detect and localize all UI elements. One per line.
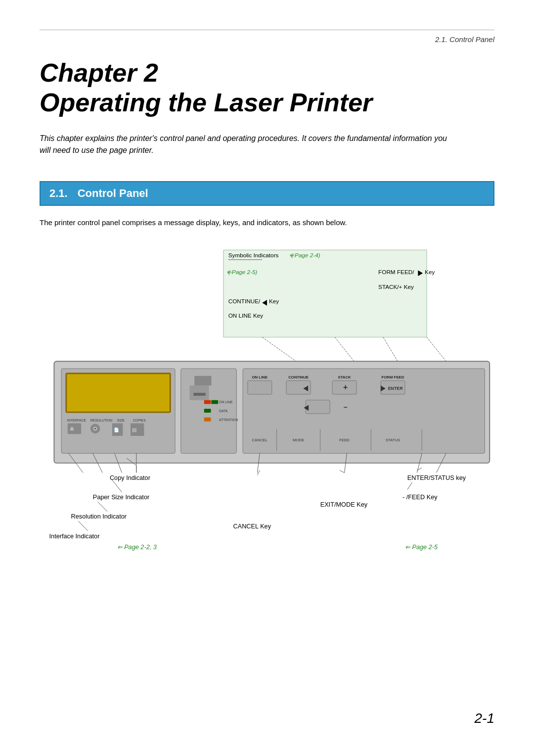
svg-line-12 bbox=[335, 337, 354, 361]
svg-rect-41 bbox=[204, 409, 211, 413]
svg-text:DATA: DATA bbox=[219, 409, 228, 413]
svg-text:CONTINUE/: CONTINUE/ bbox=[228, 297, 261, 304]
svg-text:⇐ Page 2-5: ⇐ Page 2-5 bbox=[405, 543, 438, 551]
section-number: 2.1. bbox=[49, 187, 68, 200]
svg-text:Interface Indicator: Interface Indicator bbox=[49, 532, 100, 539]
section-description: The printer control panel comprises a me… bbox=[40, 218, 494, 227]
control-panel-diagram: Symbolic Indicators ( Page 2-4) ⇐ ( Page… bbox=[40, 241, 494, 588]
svg-text:Key: Key bbox=[269, 297, 279, 304]
svg-text:INTERFACE: INTERFACE bbox=[67, 418, 87, 422]
svg-text:CANCEL: CANCEL bbox=[252, 437, 267, 442]
svg-text:📄: 📄 bbox=[114, 427, 119, 433]
svg-text:( Page 2-5): ( Page 2-5) bbox=[228, 269, 258, 275]
diagram-svg: Symbolic Indicators ( Page 2-4) ⇐ ( Page… bbox=[40, 241, 494, 588]
svg-text:ON LINE: ON LINE bbox=[252, 375, 267, 379]
section-header: 2.1. Control Panel bbox=[40, 181, 494, 206]
svg-text:MODE: MODE bbox=[293, 437, 304, 442]
svg-text:- /FEED Key: - /FEED Key bbox=[402, 493, 438, 501]
svg-text:RESOLUTION: RESOLUTION bbox=[90, 418, 113, 422]
svg-point-29 bbox=[94, 428, 96, 429]
svg-text:STATUS: STATUS bbox=[386, 437, 400, 442]
svg-text:ON LINE: ON LINE bbox=[219, 400, 233, 404]
chapter-title: Chapter 2 Operating the Laser Printer bbox=[40, 58, 494, 118]
svg-text:Paper Size Indicator: Paper Size Indicator bbox=[93, 493, 150, 501]
svg-text:Resolution Indicator: Resolution Indicator bbox=[71, 513, 127, 520]
svg-line-11 bbox=[262, 337, 296, 361]
svg-rect-37 bbox=[194, 376, 211, 385]
svg-rect-36 bbox=[193, 393, 205, 396]
header-divider bbox=[40, 30, 494, 30]
svg-rect-45 bbox=[243, 369, 485, 453]
svg-text:EXIT/MODE Key: EXIT/MODE Key bbox=[320, 501, 368, 508]
svg-text:SIZE: SIZE bbox=[117, 418, 125, 422]
svg-line-82 bbox=[407, 482, 412, 490]
online-key-label: ON LINE Key bbox=[228, 312, 264, 319]
svg-text:ENTER: ENTER bbox=[388, 386, 403, 391]
header-section-ref: 2.1. Control Panel bbox=[40, 35, 494, 44]
svg-rect-38 bbox=[204, 400, 211, 404]
svg-text:ATTENTION: ATTENTION bbox=[219, 418, 238, 421]
svg-text:Key: Key bbox=[425, 269, 435, 275]
svg-text:⇐ Page 2-2, 3: ⇐ Page 2-2, 3 bbox=[117, 543, 157, 551]
svg-text:FORM FEED/: FORM FEED/ bbox=[378, 269, 414, 275]
svg-rect-59 bbox=[306, 400, 330, 413]
svg-text:FEED: FEED bbox=[339, 437, 350, 442]
svg-rect-43 bbox=[204, 417, 211, 421]
svg-rect-20 bbox=[66, 373, 170, 412]
symbolic-indicators-label: Symbolic Indicators bbox=[228, 252, 279, 258]
section-title: Control Panel bbox=[78, 187, 148, 200]
svg-text:FORM FEED: FORM FEED bbox=[381, 375, 404, 379]
svg-rect-0 bbox=[223, 250, 427, 337]
svg-line-77 bbox=[78, 521, 88, 531]
stack-plus-key-label: STACK/+ Key bbox=[378, 283, 414, 289]
svg-text:▤: ▤ bbox=[132, 427, 136, 432]
svg-text:⇐: ⇐ bbox=[290, 252, 295, 258]
svg-line-84 bbox=[340, 470, 345, 472]
svg-text:COPIES: COPIES bbox=[133, 418, 146, 422]
svg-text:🖶: 🖶 bbox=[70, 426, 74, 431]
svg-text:−: − bbox=[344, 404, 348, 411]
svg-line-75 bbox=[97, 502, 107, 512]
svg-text:CONTINUE: CONTINUE bbox=[288, 375, 309, 379]
svg-rect-39 bbox=[211, 400, 218, 404]
svg-text:+: + bbox=[343, 383, 348, 391]
page-number: 2-1 bbox=[475, 710, 494, 726]
svg-text:CANCEL Key: CANCEL Key bbox=[233, 522, 271, 530]
svg-line-14 bbox=[427, 337, 446, 361]
svg-text:STACK: STACK bbox=[338, 375, 351, 379]
svg-text:Copy Indicator: Copy Indicator bbox=[110, 474, 151, 481]
svg-rect-50 bbox=[248, 380, 272, 394]
svg-text:⇐: ⇐ bbox=[227, 269, 232, 275]
svg-line-13 bbox=[383, 337, 398, 361]
svg-line-73 bbox=[112, 480, 122, 492]
symbolic-indicators-ref: ( Page 2-4) bbox=[291, 252, 320, 258]
svg-text:ENTER/STATUS key: ENTER/STATUS key bbox=[407, 474, 466, 481]
chapter-intro: This chapter explains the printer's cont… bbox=[40, 133, 460, 156]
